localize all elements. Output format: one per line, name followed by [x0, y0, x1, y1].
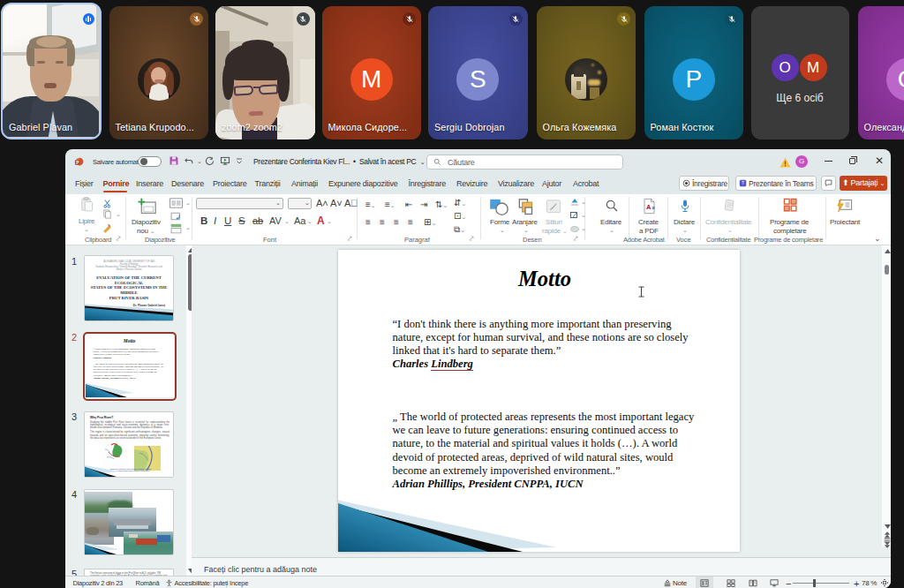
svg-text:A: A	[646, 203, 652, 211]
svg-text:P: P	[76, 161, 79, 165]
